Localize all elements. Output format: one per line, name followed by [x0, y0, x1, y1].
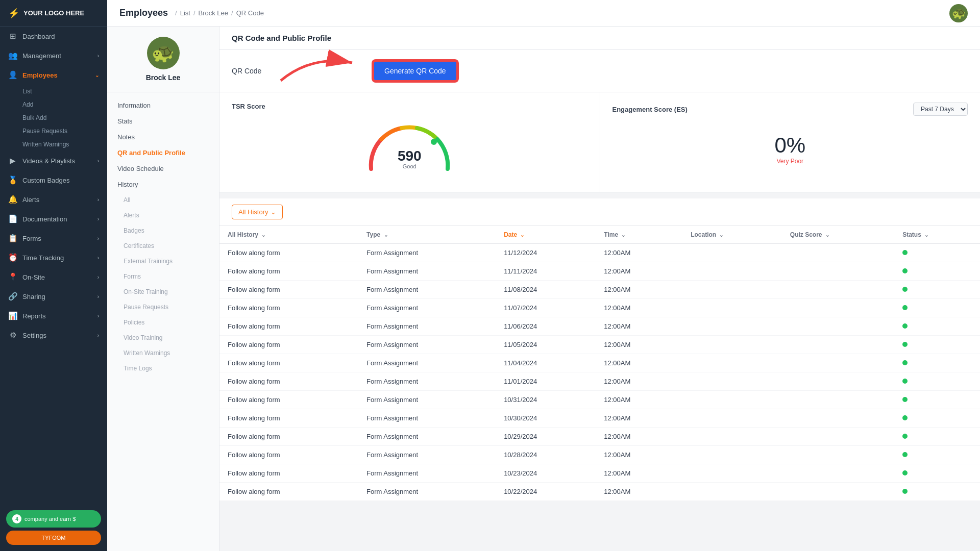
employee-menu-information[interactable]: Information	[107, 97, 219, 113]
sidebar-item-forms[interactable]: 📋 Forms ›	[0, 229, 107, 248]
tyfoom-button[interactable]: TYFOOM	[6, 531, 101, 545]
sidebar-item-label: Documentation	[22, 215, 67, 223]
cell-status	[894, 483, 980, 501]
employee-menu-on-site[interactable]: On-Site Training	[107, 284, 219, 299]
sort-icon: ⌄	[261, 232, 265, 238]
page-title: Employees	[119, 8, 168, 18]
sidebar-sub-pause-requests[interactable]: Pause Requests	[0, 124, 107, 138]
employee-profile: 🐢 Brock Lee	[107, 37, 219, 92]
sidebar-sub-written-warnings[interactable]: Written Warnings	[0, 138, 107, 151]
employee-menu-certificates[interactable]: Certificates	[107, 238, 219, 254]
cell-date: 11/12/2024	[496, 244, 596, 262]
period-select[interactable]: Past 7 Days	[913, 103, 968, 116]
cell-status	[894, 409, 980, 428]
col-date[interactable]: Date ⌄	[496, 226, 596, 244]
sidebar-item-alerts[interactable]: 🔔 Alerts ›	[0, 190, 107, 209]
employee-menu-policies[interactable]: Policies	[107, 315, 219, 330]
sidebar-item-custom-badges[interactable]: 🏅 Custom Badges	[0, 170, 107, 190]
sidebar-item-documentation[interactable]: 📄 Documentation ›	[0, 209, 107, 229]
section-header: QR Code and Public Profile	[219, 27, 980, 50]
dashboard-icon: ⊞	[8, 32, 17, 41]
chevron-right-icon: ›	[97, 274, 99, 280]
sidebar-item-time-tracking[interactable]: ⏰ Time Tracking ›	[0, 248, 107, 267]
status-dot	[902, 342, 908, 347]
employee-menu-external[interactable]: External Trainings	[107, 254, 219, 269]
cell-time: 12:00AM	[596, 262, 682, 281]
sidebar-item-videos[interactable]: ▶ Videos & Playlists ›	[0, 151, 107, 170]
gauge-container: 590 Good	[358, 120, 460, 177]
sidebar-item-settings[interactable]: ⚙ Settings ›	[0, 325, 107, 345]
breadcrumb-list[interactable]: List	[180, 9, 190, 17]
employee-menu-all[interactable]: All	[107, 192, 219, 208]
sidebar-item-label: Sharing	[22, 293, 45, 300]
employee-menu-stats[interactable]: Stats	[107, 113, 219, 129]
breadcrumb-sep-3: /	[231, 9, 233, 17]
cell-type: Form Assignment	[358, 446, 496, 464]
logo-text: YOUR LOGO HERE	[23, 9, 84, 17]
employee-menu-written-warnings[interactable]: Written Warnings	[107, 345, 219, 361]
tsr-score-label: Good	[398, 163, 422, 169]
forms-icon: 📋	[8, 234, 17, 243]
sidebar-item-label: On-Site	[22, 273, 45, 281]
cell-status	[894, 372, 980, 391]
earn-button[interactable]: 4 company and earn $	[6, 510, 101, 528]
sidebar-sub-add[interactable]: Add	[0, 98, 107, 111]
sidebar-item-sharing[interactable]: 🔗 Sharing ›	[0, 287, 107, 306]
cell-status	[894, 281, 980, 299]
history-table: All History ⌄ Type ⌄ Date ⌄	[219, 226, 980, 501]
logo: ⚡ YOUR LOGO HERE	[0, 0, 107, 27]
cell-time: 12:00AM	[596, 483, 682, 501]
employee-menu-pause[interactable]: Pause Requests	[107, 299, 219, 315]
cell-location	[682, 299, 782, 317]
col-type[interactable]: Type ⌄	[358, 226, 496, 244]
cell-name: Follow along form	[219, 391, 358, 409]
sidebar-item-dashboard[interactable]: ⊞ Dashboard	[0, 27, 107, 46]
sidebar-item-label: Videos & Playlists	[22, 157, 75, 165]
cell-date: 11/07/2024	[496, 299, 596, 317]
chevron-right-icon: ›	[97, 333, 99, 338]
employee-sidebar: 🐢 Brock Lee Information Stats Notes QR a…	[107, 27, 219, 551]
cell-location	[682, 391, 782, 409]
employee-menu-qr[interactable]: QR and Public Profile	[107, 145, 219, 161]
cell-time: 12:00AM	[596, 372, 682, 391]
sidebar-item-on-site[interactable]: 📍 On-Site ›	[0, 267, 107, 287]
chevron-right-icon: ›	[97, 255, 99, 261]
chevron-right-icon: ›	[97, 216, 99, 222]
sidebar-sub-list[interactable]: List	[0, 85, 107, 98]
breadcrumb-employee[interactable]: Brock Lee	[199, 9, 229, 17]
qr-code-label: QR Code	[232, 67, 273, 75]
employee-menu-forms[interactable]: Forms	[107, 269, 219, 284]
employee-avatar: 🐢	[147, 37, 180, 69]
status-dot	[902, 470, 908, 475]
cell-location	[682, 262, 782, 281]
chevron-right-icon: ›	[97, 53, 99, 59]
employee-menu-video-schedule[interactable]: Video Schedule	[107, 161, 219, 177]
col-name[interactable]: All History ⌄	[219, 226, 358, 244]
generate-qr-button[interactable]: Generate QR Code	[373, 60, 458, 82]
history-toolbar: All History ⌄	[219, 198, 980, 226]
all-history-filter[interactable]: All History ⌄	[232, 205, 283, 219]
chevron-right-icon: ›	[97, 197, 99, 203]
sidebar-item-management[interactable]: 👥 Management ›	[0, 46, 107, 65]
earn-label: company and earn $	[24, 516, 76, 522]
cell-quiz-score	[782, 317, 894, 336]
employee-menu-notes[interactable]: Notes	[107, 129, 219, 145]
employee-menu-alerts[interactable]: Alerts	[107, 208, 219, 223]
col-location[interactable]: Location ⌄	[682, 226, 782, 244]
sidebar-sub-bulk-add[interactable]: Bulk Add	[0, 111, 107, 124]
avatar[interactable]: 🐢	[949, 4, 968, 22]
table-row: Follow along form Form Assignment 11/08/…	[219, 281, 980, 299]
col-status[interactable]: Status ⌄	[894, 226, 980, 244]
sidebar-item-reports[interactable]: 📊 Reports ›	[0, 306, 107, 325]
col-quiz-score[interactable]: Quiz Score ⌄	[782, 226, 894, 244]
employee-menu-video-training[interactable]: Video Training	[107, 330, 219, 345]
cell-type: Form Assignment	[358, 464, 496, 483]
history-section: All History ⌄ All History ⌄ Type	[219, 198, 980, 501]
col-time[interactable]: Time ⌄	[596, 226, 682, 244]
sidebar-item-label: Employees	[22, 71, 58, 79]
cell-type: Form Assignment	[358, 391, 496, 409]
employee-menu-time-logs[interactable]: Time Logs	[107, 361, 219, 376]
employee-menu-badges[interactable]: Badges	[107, 223, 219, 238]
sidebar-item-employees[interactable]: 👤 Employees ⌄	[0, 65, 107, 85]
employee-menu-history[interactable]: History	[107, 177, 219, 192]
